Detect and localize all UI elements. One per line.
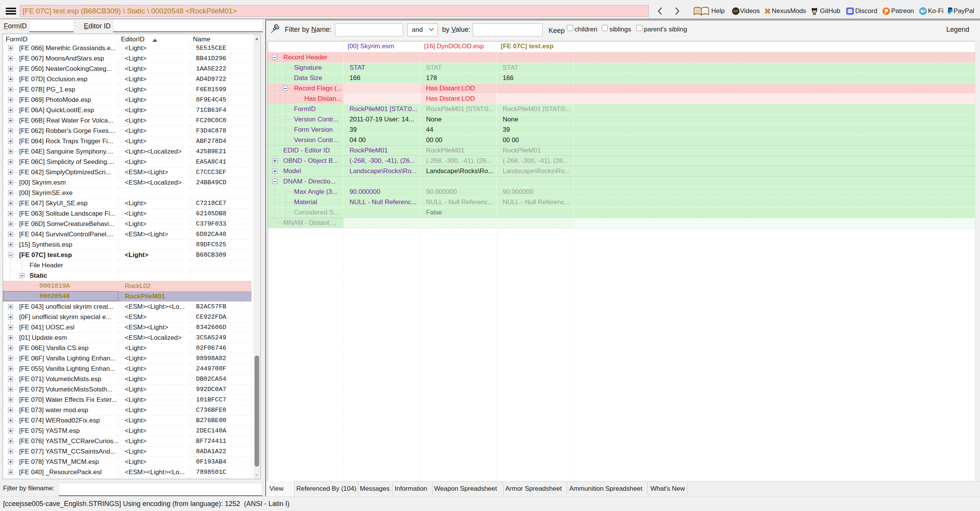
- svg-text:GP: GP: [733, 9, 738, 13]
